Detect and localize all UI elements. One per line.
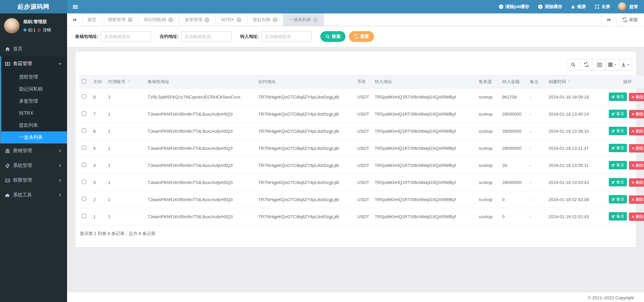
cell-wallet: TJeamPKhR1Kr95m9n7TdL6uxcAofjvH5Q3 (145, 123, 256, 140)
note-button[interactable]: 备注 (609, 110, 627, 118)
tab-首页[interactable]: 首页 (82, 13, 102, 26)
sidebar-item-link[interactable]: 营销管理 (0, 143, 67, 158)
search-toolbar-button[interactable] (567, 59, 580, 70)
tab-多签管理[interactable]: 多签管理× (179, 13, 215, 26)
submenu-item-多签管理[interactable]: 多签管理 (1, 95, 67, 107)
note-button[interactable]: 备注 (609, 195, 627, 203)
user-panel: 组织:管理层 ID:1 注销 (0, 13, 67, 39)
logout-link[interactable]: 注销 (43, 27, 51, 33)
tab-close-icon[interactable]: × (168, 17, 173, 22)
brand-logo[interactable]: 起步源码网 (0, 0, 67, 13)
cell-created: 2024-01-18 02:52:43 (546, 208, 606, 225)
top-navbar: 起步源码网 ?清除job缓存?清除缓存锁屏全屏 超管 (0, 0, 644, 13)
tab-提款列表[interactable]: 提款列表× (247, 13, 283, 26)
sidebar-toggle-icon[interactable] (67, 0, 84, 13)
cell-coin: USDT (355, 88, 372, 106)
row-checkbox[interactable] (82, 180, 86, 184)
logout-icon (37, 28, 41, 32)
sidebar-item-首页: 首页 (0, 42, 67, 56)
columns-toolbar-button[interactable] (606, 59, 619, 70)
tab-一波杀列表[interactable]: 一波杀列表× (283, 13, 324, 26)
delete-button[interactable]: 删除 (629, 161, 644, 170)
tab-close-icon[interactable]: × (313, 17, 318, 22)
search-icon (571, 62, 576, 67)
delete-button[interactable]: 删除 (629, 93, 644, 101)
list-view-toolbar-button[interactable] (593, 59, 606, 70)
submenu-item-授权管理[interactable]: 授权管理 (1, 71, 67, 83)
sidebar-item-link[interactable]: 鱼苗管理 (1, 56, 67, 71)
submenu-item-转TRX[interactable]: 转TRX (1, 107, 67, 119)
column-header-created[interactable]: 创建时间 (546, 75, 606, 88)
delete-button[interactable]: 删除 (629, 213, 644, 221)
note-button[interactable]: 备注 (609, 127, 627, 135)
sort-icon[interactable] (125, 79, 130, 83)
row-checkbox[interactable] (82, 145, 86, 150)
delete-button[interactable]: 删除 (629, 110, 644, 118)
submenu-item-一波杀列表[interactable]: 一波杀列表 (1, 131, 67, 143)
cell-to: TRSjst6KhHQ1RTXf8cNfekjGXQAR9tfByf (372, 88, 476, 106)
sidebar-item-label: 系统管理 (13, 163, 55, 169)
note-button[interactable]: 备注 (609, 93, 627, 101)
cell-id: 6 (91, 123, 105, 140)
tab-scroll-left-icon[interactable] (67, 13, 82, 26)
delete-button[interactable]: 删除 (629, 144, 644, 153)
cell-action: 备注删除 (606, 123, 644, 140)
navbar-link[interactable]: 全屏 (590, 0, 614, 13)
user-menu[interactable]: 超管 (614, 2, 644, 11)
delete-button[interactable]: 删除 (629, 127, 644, 135)
note-button[interactable]: 备注 (609, 212, 627, 221)
delete-button[interactable]: 删除 (629, 195, 644, 204)
sidebar-item-link[interactable]: 权限管理 (0, 173, 67, 188)
tab-助记词私钥[interactable]: 助记词私钥× (139, 13, 179, 26)
export-toolbar-button[interactable] (619, 59, 632, 70)
sidebar-item-link[interactable]: 首页 (0, 42, 67, 56)
svg-text:?: ? (539, 5, 541, 9)
row-checkbox[interactable] (82, 94, 86, 99)
tab-scroll-right-icon[interactable] (601, 13, 616, 26)
submenu-item-助记词私钥[interactable]: 助记词私钥 (1, 83, 67, 95)
tab-refresh-button[interactable]: 刷新 (616, 13, 644, 26)
row-select-cell (79, 174, 91, 191)
sidebar-item-link[interactable]: 系统工具 (0, 188, 67, 202)
navbar-link[interactable]: ?清除缓存 (534, 0, 567, 13)
close-icon (632, 215, 635, 218)
tab-转TRX[interactable]: 转TRX× (215, 13, 247, 26)
column-header-agent[interactable]: 代理账号 (105, 75, 145, 88)
row-checkbox[interactable] (82, 128, 86, 133)
filter-input[interactable] (261, 32, 312, 42)
tab-close-icon[interactable]: × (273, 17, 277, 22)
chevron-left-icon (58, 193, 62, 197)
row-checkbox[interactable] (82, 111, 86, 116)
select-all-checkbox[interactable] (82, 79, 86, 83)
navbar-link[interactable]: ?清除job缓存 (494, 0, 534, 13)
filter-input[interactable] (181, 32, 231, 42)
cell-action: 备注删除 (606, 191, 644, 208)
navbar-link[interactable]: 锁屏 (567, 0, 590, 13)
row-checkbox[interactable] (82, 163, 86, 167)
row-checkbox[interactable] (82, 214, 86, 218)
sidebar-item-link[interactable]: 系统管理 (0, 158, 67, 173)
row-select-cell (79, 208, 91, 225)
note-button[interactable]: 备注 (609, 144, 627, 152)
cell-contract: TR7NHqjeKQxGTCi8q8ZY4pL8otSzgjLj6t (256, 140, 355, 157)
tab-close-icon[interactable]: × (128, 17, 132, 22)
filter-input[interactable] (101, 32, 151, 42)
note-button[interactable]: 备注 (609, 161, 627, 169)
cell-to: TRSjst6KhHQ1RTXf8cNfekjGXQAR9tfByf (372, 140, 476, 157)
cell-action: 备注删除 (606, 106, 644, 123)
tab-close-icon[interactable]: × (205, 17, 209, 22)
cell-action: 备注删除 (606, 157, 644, 174)
reset-button[interactable]: 重置 (349, 31, 374, 42)
search-button[interactable]: 搜索 (320, 31, 345, 42)
cell-wallet: TJeamPKhR1Kr95m9n7TdL6uxcAofjvH5Q3 (145, 106, 256, 123)
note-button[interactable]: 备注 (609, 178, 627, 186)
tab-close-icon[interactable]: × (236, 17, 241, 22)
chevron-left-icon (58, 178, 62, 182)
sort-icon[interactable] (566, 79, 571, 83)
row-checkbox[interactable] (82, 197, 86, 201)
submenu-item-提款列表[interactable]: 提款列表 (1, 119, 67, 131)
tab-授权管理[interactable]: 授权管理× (102, 13, 139, 26)
cell-contract: TR7NHqjeKQxGTCi8q8ZY4pL8otSzgjLj6t (256, 88, 355, 106)
refresh-toolbar-button[interactable] (580, 59, 593, 70)
delete-button[interactable]: 删除 (629, 178, 644, 187)
